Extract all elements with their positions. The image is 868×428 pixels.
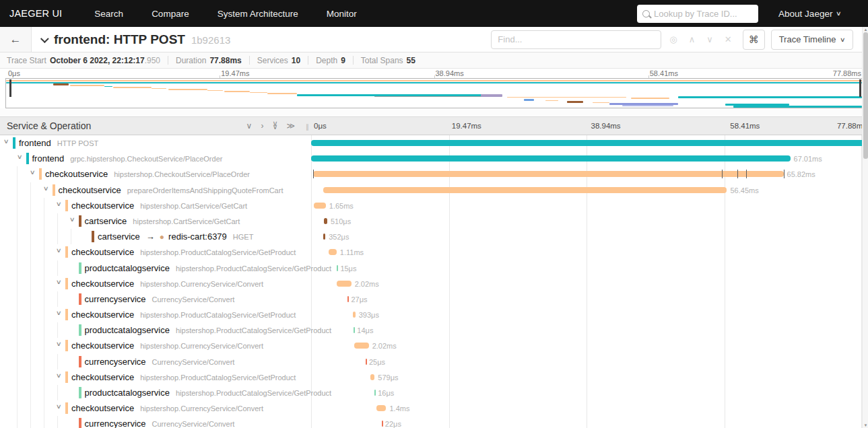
span-bar-cell[interactable]: 15μs [311,260,868,276]
service-name[interactable]: checkoutservicehipstershop.CurrencyServi… [71,403,263,413]
span-bar[interactable] [354,327,355,333]
chevron-down-icon[interactable]: ∨ [69,216,75,223]
service-name[interactable]: cartservicehipstershop.CartService/GetCa… [85,216,240,226]
span-bar-cell[interactable]: 393μs [311,307,868,322]
service-name[interactable]: checkoutservicehipstershop.CartService/G… [71,201,247,211]
span-bar[interactable] [353,312,356,318]
span-row[interactable]: ∨checkoutservicehipstershop.CurrencyServ… [0,400,868,416]
span-bar[interactable] [311,155,791,162]
chevron-down-icon[interactable]: ∨ [3,138,9,145]
span-name-cell[interactable]: ∨checkoutservicehipstershop.ProductCatal… [0,244,311,260]
back-button[interactable]: ← [0,27,32,52]
chevron-down-icon[interactable]: ∨ [42,185,48,192]
trace-minimap[interactable] [5,78,863,108]
chevron-down-icon[interactable]: ∨ [30,169,36,176]
service-name[interactable]: checkoutservicehipstershop.CheckoutServi… [45,169,250,179]
span-name-cell[interactable]: ∨checkoutservicehipstershop.CartService/… [0,198,311,213]
chevron-down-icon[interactable]: ∨ [56,310,62,316]
app-logo[interactable]: JAEGER UI [9,8,62,19]
span-row[interactable]: ∨cartservicehipstershop.CartService/GetC… [0,213,868,229]
span-row[interactable]: ∨frontendHTTP POST [0,135,868,151]
trace-view-select[interactable]: Trace Timeline ∨ [771,30,853,50]
service-name[interactable]: productcatalogservicehipstershop.Product… [85,388,332,398]
span-bar-cell[interactable]: 579μs [311,369,868,385]
chevron-down-icon[interactable]: ∨ [56,247,62,254]
span-row[interactable]: productcatalogservicehipstershop.Product… [0,260,868,276]
chevron-down-icon[interactable]: ∨ [56,201,62,207]
expand-all-icon[interactable]: ≫ [286,121,295,131]
span-bar-cell[interactable]: 25μs [311,354,868,369]
span-name-cell[interactable]: ∨frontendHTTP POST [0,135,311,151]
span-name-cell[interactable]: ∨checkoutservicehipstershop.CurrencyServ… [0,400,311,416]
span-row[interactable]: currencyserviceCurrencyService/Convert22… [0,416,868,428]
next-match-icon[interactable]: ∨ [706,34,713,44]
clear-find-icon[interactable]: ✕ [725,34,732,44]
span-row[interactable]: ∨checkoutservicehipstershop.ProductCatal… [0,244,868,260]
match-target-icon[interactable]: ◎ [669,34,677,44]
chevron-down-icon[interactable]: ∨ [56,279,62,285]
span-row[interactable]: ∨checkoutservicehipstershop.CheckoutServ… [0,166,868,182]
span-bar-cell[interactable]: 16μs [311,385,868,400]
chevron-down-icon[interactable]: ∨ [56,403,62,410]
span-bar[interactable] [374,390,376,396]
vertical-scrollbar[interactable]: ▲ ▼ [862,27,868,428]
service-name[interactable]: currencyserviceCurrencyService/Convert [85,294,235,304]
span-name-cell[interactable]: ∨checkoutservicehipstershop.CurrencyServ… [0,338,311,353]
span-bar-cell[interactable]: 1.4ms [311,400,868,416]
span-name-cell[interactable]: productcatalogservicehipstershop.Product… [0,385,311,400]
service-name[interactable]: cartservice→●redis-cart:6379HGET [98,231,253,242]
span-row[interactable]: cartservice→●redis-cart:6379HGET352μs [0,229,868,244]
span-bar[interactable] [337,265,338,271]
span-row[interactable]: productcatalogservicehipstershop.Product… [0,385,868,400]
span-bar[interactable] [323,234,326,240]
chevron-down-icon[interactable]: ∨ [16,153,22,160]
span-bar-cell[interactable]: 2.02ms [311,338,868,353]
expand-one-icon[interactable]: › [261,121,263,131]
service-name[interactable]: checkoutservicehipstershop.ProductCatalo… [71,372,296,382]
minimap-left-drag-handle[interactable] [9,79,11,97]
service-name[interactable]: currencyserviceCurrencyService/Convert [85,357,235,367]
span-bar[interactable] [324,218,327,224]
nav-item-search[interactable]: Search [94,9,123,19]
span-name-cell[interactable]: cartservice→●redis-cart:6379HGET [0,229,311,244]
span-row[interactable]: productcatalogservicehipstershop.Product… [0,322,868,338]
minimap-right-drag-handle[interactable] [859,79,861,97]
span-bar[interactable] [354,343,368,349]
span-name-cell[interactable]: ∨checkoutservicehipstershop.CheckoutServ… [0,166,311,182]
span-bar[interactable] [376,405,387,411]
span-bar-cell[interactable]: 27μs [311,291,868,307]
service-name[interactable]: checkoutservicehipstershop.ProductCatalo… [71,247,296,257]
service-name[interactable]: productcatalogservicehipstershop.Product… [85,325,332,335]
span-row[interactable]: ∨frontendgrpc.hipstershop.CheckoutServic… [0,151,868,166]
span-bar-cell[interactable]: 22μs [311,416,868,428]
nav-item-monitor[interactable]: Monitor [327,9,357,19]
service-name[interactable]: checkoutservicehipstershop.CurrencyServi… [71,279,263,289]
span-bar-cell[interactable]: 1.65ms [311,198,868,213]
service-name[interactable]: checkoutservicehipstershop.CurrencyServi… [71,341,263,351]
collapse-one-icon[interactable]: ∨ [246,121,253,131]
span-row[interactable]: currencyserviceCurrencyService/Convert25… [0,354,868,369]
column-resizer-handle[interactable]: ∥ [306,123,310,131]
span-bar-cell[interactable]: 65.82ms [311,166,868,182]
scrollbar-thumb[interactable] [863,32,868,159]
span-bar-cell[interactable]: 14μs [311,322,868,338]
span-bar[interactable] [329,249,337,255]
span-name-cell[interactable]: currencyserviceCurrencyService/Convert [0,291,311,307]
span-bar[interactable] [347,296,349,302]
chevron-down-icon[interactable]: ∨ [56,341,62,347]
span-bar-cell[interactable]: 67.01ms [311,151,868,166]
span-row[interactable]: ∨checkoutservicehipstershop.CurrencyServ… [0,338,868,353]
span-name-cell[interactable]: ∨checkoutservicehipstershop.ProductCatal… [0,307,311,322]
span-bar[interactable] [314,203,326,209]
service-name[interactable]: currencyserviceCurrencyService/Convert [85,419,235,428]
span-row[interactable]: ∨checkoutservicehipstershop.CartService/… [0,198,868,213]
span-row[interactable]: ∨checkoutservicehipstershop.CurrencyServ… [0,276,868,291]
span-bar[interactable] [323,187,727,193]
service-name[interactable]: checkoutserviceprepareOrderItemsAndShipp… [59,185,283,195]
service-name[interactable]: productcatalogservicehipstershop.Product… [85,263,332,273]
span-name-cell[interactable]: ∨cartservicehipstershop.CartService/GetC… [0,213,311,229]
span-bar[interactable] [366,359,367,365]
nav-item-compare[interactable]: Compare [152,9,189,19]
trace-id-lookup-input[interactable] [654,9,753,19]
span-bar[interactable] [337,281,351,287]
